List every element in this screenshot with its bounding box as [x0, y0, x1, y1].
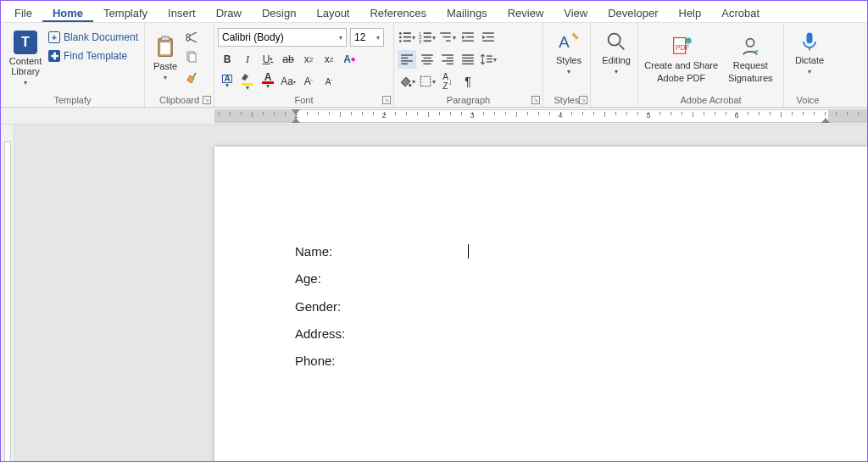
create-share-label-2: Adobe PDF — [657, 73, 705, 84]
doc-line[interactable]: Name: — [295, 238, 469, 265]
justify-button[interactable] — [459, 50, 477, 69]
font-dialog-launcher[interactable]: ↘ — [382, 96, 391, 104]
svg-rect-24 — [487, 36, 494, 37]
decrease-indent-button[interactable] — [459, 28, 477, 47]
underline-button[interactable]: U▾ — [259, 50, 277, 69]
font-name-select[interactable]: Calibri (Body)▾ — [218, 28, 347, 47]
multilevel-list-button[interactable]: ▾ — [438, 28, 457, 47]
doc-line[interactable]: Age: — [295, 265, 469, 292]
tab-view[interactable]: View — [554, 3, 598, 22]
borders-button[interactable]: ▾ — [418, 72, 437, 91]
group-styles: A Styles ▾ Styles ↘ — [543, 23, 591, 107]
svg-rect-35 — [447, 58, 453, 58]
font-color-shade-button[interactable]: A▾ — [218, 72, 236, 91]
tab-draw[interactable]: Draw — [206, 3, 252, 22]
blank-document-button[interactable]: + Blank Document — [47, 30, 140, 45]
sort-button[interactable]: AZ↓ — [438, 72, 457, 91]
line-spacing-icon — [480, 53, 493, 66]
font-size-select[interactable]: 12▾ — [350, 28, 384, 47]
svg-rect-8 — [403, 36, 411, 38]
tab-layout[interactable]: Layout — [306, 3, 359, 22]
svg-rect-20 — [462, 32, 474, 33]
highlighter-icon — [241, 72, 254, 83]
paragraph-dialog-launcher[interactable]: ↘ — [531, 96, 540, 104]
line-spacing-button[interactable]: ▾ — [479, 50, 498, 69]
group-clipboard: Paste ▾ Clipboard ↘ — [145, 23, 214, 107]
editing-label: Editing — [602, 55, 631, 66]
ruler-number: 2 — [381, 111, 386, 120]
strikethrough-button[interactable]: ab — [279, 50, 298, 69]
svg-rect-28 — [401, 60, 413, 61]
superscript-button[interactable]: x2 — [320, 50, 338, 69]
tab-insert[interactable]: Insert — [158, 3, 206, 22]
tab-help[interactable]: Help — [669, 3, 712, 22]
italic-button[interactable]: I — [238, 50, 257, 69]
document-body[interactable]: Name:Age:Gender:Address:Phone: — [295, 238, 469, 375]
svg-rect-32 — [421, 60, 433, 61]
text-effects-button[interactable]: A◆ — [340, 50, 359, 69]
align-left-button[interactable] — [398, 50, 416, 69]
cut-button[interactable] — [182, 28, 201, 47]
create-share-pdf-button[interactable]: PDF Create and Share Adobe PDF — [642, 26, 721, 92]
bold-button[interactable]: B — [218, 50, 236, 69]
tab-acrobat[interactable]: Acrobat — [711, 3, 770, 22]
tab-references[interactable]: References — [359, 3, 436, 22]
horizontal-ruler[interactable]: 123456 — [214, 109, 867, 123]
show-marks-button[interactable]: ¶ — [459, 72, 477, 91]
tab-file[interactable]: File — [4, 3, 42, 22]
doc-line[interactable]: Address: — [295, 320, 469, 348]
svg-rect-1 — [161, 36, 169, 41]
align-center-icon — [420, 53, 434, 66]
shading-button[interactable]: ▾ — [398, 72, 416, 91]
ruler-number: 6 — [734, 111, 738, 120]
styles-button[interactable]: A Styles ▾ — [547, 28, 591, 77]
svg-rect-22 — [462, 40, 474, 41]
align-right-button[interactable] — [438, 50, 457, 69]
microphone-icon — [798, 30, 821, 53]
editing-button[interactable]: Editing ▾ — [594, 28, 638, 77]
svg-point-52 — [747, 39, 754, 47]
tab-review[interactable]: Review — [498, 3, 554, 22]
doc-line[interactable]: Gender: — [295, 293, 469, 320]
doc-line[interactable]: Phone: — [295, 348, 469, 375]
grow-font-button[interactable]: Aˆ — [299, 72, 318, 91]
clipboard-dialog-launcher[interactable]: ↘ — [203, 96, 211, 104]
group-templafy: T Content Library ▾ + Blank Document ✚ F… — [1, 23, 145, 107]
ruler-number: 1 — [293, 111, 298, 120]
styles-dialog-launcher[interactable]: ↘ — [579, 96, 587, 104]
bullets-button[interactable]: ▾ — [398, 28, 416, 47]
ruler-number: 5 — [646, 111, 650, 120]
svg-rect-53 — [807, 33, 813, 44]
tab-mailings[interactable]: Mailings — [437, 3, 498, 22]
group-voice: Dictate ▾ Voice — [784, 23, 832, 107]
tab-home[interactable]: Home — [42, 3, 93, 22]
font-name-value: Calibri (Body) — [222, 31, 284, 43]
tab-templafy[interactable]: Templafy — [93, 3, 158, 22]
align-center-button[interactable] — [418, 50, 437, 69]
multilevel-icon — [439, 31, 453, 44]
copy-button[interactable] — [182, 47, 201, 66]
subscript-button[interactable]: x2 — [299, 50, 318, 69]
vertical-ruler[interactable] — [1, 125, 14, 462]
dictate-button[interactable]: Dictate ▾ — [787, 28, 832, 77]
svg-rect-6 — [403, 32, 411, 34]
request-signatures-button[interactable]: Request Signatures — [721, 26, 780, 92]
increase-indent-button[interactable] — [479, 28, 498, 47]
group-label-voice: Voice — [784, 95, 832, 105]
numbering-button[interactable]: 123▾ — [418, 28, 437, 47]
find-template-button[interactable]: ✚ Find Template — [47, 48, 140, 64]
indent-icon — [481, 31, 495, 44]
format-painter-button[interactable] — [182, 67, 201, 86]
document-canvas[interactable]: Name:Age:Gender:Address:Phone: — [14, 125, 867, 462]
document-page[interactable]: Name:Age:Gender:Address:Phone: — [214, 147, 867, 462]
svg-point-45 — [409, 84, 411, 86]
shrink-font-button[interactable]: Aˇ — [320, 72, 338, 91]
font-color-button[interactable]: A▾ — [259, 72, 277, 91]
right-indent-marker[interactable] — [821, 118, 830, 123]
highlight-button[interactable]: ▾ — [238, 72, 257, 91]
content-library-button[interactable]: T Content Library ▾ — [4, 25, 47, 92]
tab-developer[interactable]: Developer — [598, 3, 668, 22]
tab-design[interactable]: Design — [252, 3, 306, 22]
paste-button[interactable]: Paste ▾ — [148, 25, 182, 92]
change-case-button[interactable]: Aa▾ — [279, 72, 298, 91]
